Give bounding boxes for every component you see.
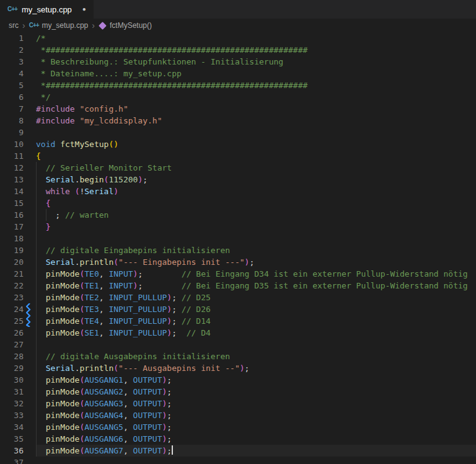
code-line: pinMode(AUSGANG5, OUTPUT); [36, 421, 476, 433]
indent-guide [36, 398, 37, 409]
code-line: *#######################################… [36, 44, 476, 56]
line-number: 11 [0, 150, 36, 162]
code-line: pinMode(TE2, INPUT_PULLUP); // D25 [36, 292, 476, 303]
code-line: pinMode(TE1, INPUT); // Bei Eingang D35 … [36, 280, 476, 292]
line-number: 34 [0, 421, 36, 433]
code-line: pinMode(AUSGANG4, OUTPUT); [36, 409, 476, 421]
code-area[interactable]: /* *####################################… [36, 32, 476, 464]
code-line: /* [36, 32, 476, 44]
indent-guide [36, 197, 37, 209]
line-number: 4 [0, 68, 36, 79]
line-number: 33 [0, 409, 36, 421]
indent-guide [36, 409, 37, 421]
code-line: pinMode(TE3, INPUT_PULLUP); // D26 [36, 303, 476, 315]
indent-guide [36, 221, 37, 233]
line-number: 29 [0, 362, 36, 374]
line-number: 10 [0, 138, 36, 150]
indent-guide [36, 362, 37, 374]
code-line: #include "my_lcddisplay.h" [36, 115, 476, 127]
code-line: Serial.begin(115200); [36, 174, 476, 185]
code-line: pinMode(SE1, INPUT_PULLUP); // D4 [36, 327, 476, 339]
line-number: 36 [0, 445, 36, 457]
code-line: pinMode(AUSGANG6, OUTPUT); [36, 433, 476, 445]
breadcrumb-item-file[interactable]: my_setup.cpp [42, 21, 89, 30]
code-line: while (!Serial) [36, 185, 476, 197]
line-number: 9 [0, 127, 36, 138]
chevron-right-icon: › [91, 21, 95, 30]
code-line: Serial.println("--- Eingabepins init ---… [36, 256, 476, 268]
code-line: // digitale Ausgabepins initialisieren [36, 350, 476, 362]
breadcrumb-item-symbol[interactable]: fctMySetup() [110, 21, 152, 30]
code-line: { [36, 197, 476, 209]
code-line [36, 127, 476, 138]
line-number: 16 [0, 209, 36, 221]
line-number: 14 [0, 185, 36, 197]
indent-guide [36, 256, 37, 268]
line-number: 28 [0, 350, 36, 362]
gutter-modified-indicator [26, 303, 31, 327]
modified-dot-icon[interactable]: ● [82, 6, 86, 12]
code-line: // Serieller Monitor Start [36, 162, 476, 174]
code-line: */ [36, 91, 476, 103]
line-number: 26 [0, 327, 36, 339]
code-line: { [36, 150, 476, 162]
code-line: #include "config.h" [36, 103, 476, 115]
indent-guide [36, 174, 37, 185]
indent-guide [36, 327, 37, 339]
indent-guide [36, 374, 37, 386]
cpp-file-icon: C++ [29, 22, 39, 29]
line-number: 1 [0, 32, 36, 44]
line-number: 13 [0, 174, 36, 185]
indent-guide [36, 350, 37, 362]
line-number: 37 [0, 457, 36, 464]
indent-guide [36, 433, 37, 445]
line-number: 15 [0, 197, 36, 209]
editor[interactable]: 1234567891011121314151617181920212223242… [0, 32, 476, 464]
code-line: pinMode(AUSGANG1, OUTPUT); [36, 374, 476, 386]
code-line: * Beschreibung.: Setupfunktionen - Initi… [36, 56, 476, 68]
line-number: 5 [0, 79, 36, 91]
line-number: 8 [0, 115, 36, 127]
tab-my-setup-cpp[interactable]: C++ my_setup.cpp ● [0, 0, 94, 19]
line-number: 6 [0, 91, 36, 103]
line-number: 2 [0, 44, 36, 56]
line-number: 31 [0, 386, 36, 398]
line-number: 35 [0, 433, 36, 445]
code-line: Serial.println("--- Ausgabepins init --"… [36, 362, 476, 374]
code-line: pinMode(AUSGANG2, OUTPUT); [36, 386, 476, 398]
method-symbol-icon [99, 22, 107, 30]
code-line: pinMode(TE4, INPUT_PULLUP); // D14 [36, 315, 476, 327]
breadcrumb: src › C++ my_setup.cpp › fctMySetup() [0, 19, 476, 32]
cpp-file-icon: C++ [7, 6, 17, 12]
indent-guide [36, 268, 37, 280]
line-number: 21 [0, 268, 36, 280]
indent-guide [36, 162, 37, 174]
indent-guide [36, 315, 37, 327]
code-line: pinMode(AUSGANG3, OUTPUT); [36, 398, 476, 409]
indent-guide [36, 292, 37, 303]
indent-guide [36, 280, 37, 292]
indent-guide [36, 209, 37, 221]
text-cursor [172, 445, 173, 455]
line-number: 22 [0, 280, 36, 292]
line-number: 3 [0, 56, 36, 68]
code-line: *#######################################… [36, 79, 476, 91]
tab-title: my_setup.cpp [22, 5, 72, 14]
line-number: 12 [0, 162, 36, 174]
code-line: pinMode(AUSGANG7, OUTPUT); [36, 445, 476, 457]
code-line: * Dateiname....: my_setup.cpp [36, 68, 476, 79]
code-line: } [36, 221, 476, 233]
code-line: ; // warten [36, 209, 476, 221]
line-number: 7 [0, 103, 36, 115]
indent-guide [46, 209, 46, 221]
code-line: pinMode(TE0, INPUT); // Bei Eingang D34 … [36, 268, 476, 280]
line-number: 20 [0, 256, 36, 268]
indent-guide [36, 445, 37, 457]
indent-guide [36, 233, 37, 244]
line-number: 23 [0, 292, 36, 303]
line-number: 18 [0, 233, 36, 244]
breadcrumb-item-src[interactable]: src [9, 21, 19, 30]
code-line: void fctMySetup() [36, 138, 476, 150]
gutter: 1234567891011121314151617181920212223242… [0, 32, 36, 464]
line-number: 19 [0, 244, 36, 256]
